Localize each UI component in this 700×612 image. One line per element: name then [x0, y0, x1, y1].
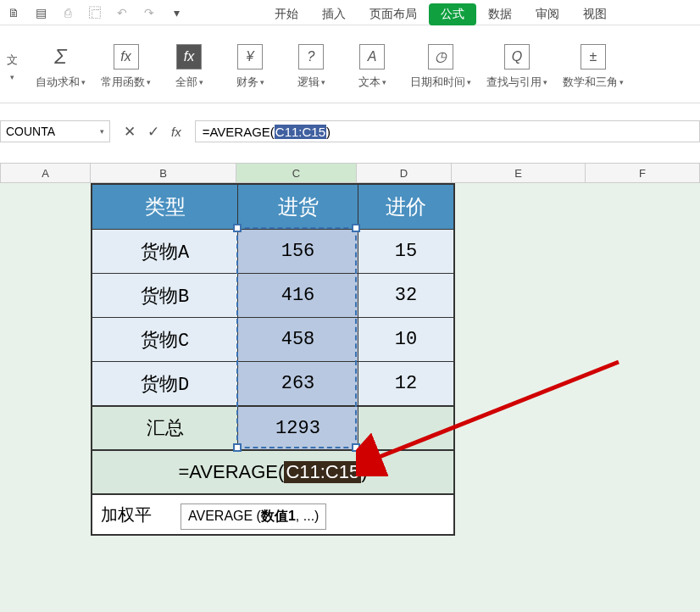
avg-formula-cell[interactable]: =AVERAGE(C11:C15) [92, 451, 453, 493]
fx-all-icon: fx [176, 44, 202, 70]
question-icon: ? [298, 44, 324, 70]
name-box[interactable]: COUNTA ▾ [0, 120, 110, 142]
cell[interactable]: 货物C [92, 318, 238, 361]
total-price[interactable] [358, 407, 453, 449]
math-icon: ± [581, 44, 606, 70]
all-fn-label: 全部 [175, 75, 197, 90]
table-avg-row: =AVERAGE(C11:C15) [92, 449, 453, 493]
formula-bar: COUNTA ▾ ✕ ✓ fx =AVERAGE(C11:C15) [0, 117, 700, 146]
function-tooltip: AVERAGE (数值1, ...) [181, 504, 326, 530]
tab-start[interactable]: 开始 [263, 3, 310, 25]
date-label: 日期和时间 [410, 75, 465, 90]
text-A-icon: A [359, 44, 385, 70]
tab-review[interactable]: 审阅 [524, 3, 571, 25]
math-button[interactable]: ± 数学和三角▾ [563, 44, 624, 90]
ribbon-side[interactable]: 文 ▾ [3, 53, 20, 81]
tab-insert[interactable]: 插入 [310, 3, 358, 25]
cell[interactable]: 15 [358, 230, 453, 273]
table-header-row: 类型 进货 进价 [92, 185, 453, 229]
cell[interactable]: 货物A [92, 230, 238, 273]
data-table: 类型 进货 进价 货物A 156 15 货物B 416 32 货物C 458 1… [91, 183, 455, 536]
column-headers: A B C D E F [0, 163, 700, 183]
cell[interactable]: 156 [238, 230, 358, 273]
finance-button[interactable]: ¥ 财务▾ [227, 44, 273, 90]
cell[interactable]: 263 [238, 362, 358, 405]
tab-layout[interactable]: 页面布局 [358, 3, 429, 25]
table-row: 货物B 416 32 [92, 273, 453, 317]
name-box-value: COUNTA [6, 125, 55, 138]
text-label: 文本 [358, 75, 381, 90]
all-fn-button[interactable]: fx 全部▾ [166, 44, 212, 90]
total-value[interactable]: 1293 [238, 407, 358, 449]
hdr-stock[interactable]: 进货 [238, 185, 358, 229]
col-C[interactable]: C [236, 163, 357, 183]
math-label: 数学和三角 [563, 75, 618, 90]
sigma-icon: Σ [48, 44, 74, 70]
col-B[interactable]: B [91, 163, 236, 183]
cell[interactable]: 32 [358, 274, 453, 317]
tab-view[interactable]: 视图 [571, 3, 619, 25]
yen-icon: ¥ [237, 44, 263, 70]
menu-tabs: 开始 插入 页面布局 公式 数据 审阅 视图 [0, 2, 700, 25]
logic-label: 逻辑 [297, 75, 319, 90]
lookup-button[interactable]: Q 查找与引用▾ [486, 44, 547, 90]
confirm-icon[interactable]: ✓ [147, 123, 159, 141]
cancel-icon[interactable]: ✕ [124, 123, 136, 141]
col-D[interactable]: D [357, 163, 452, 183]
autosum-button[interactable]: Σ 自动求和▾ [36, 44, 86, 90]
cell[interactable]: 12 [358, 362, 453, 405]
formula-post: ) [326, 125, 331, 139]
formula-pre: =AVERAGE( [203, 125, 275, 139]
common-fn-label: 常用函数 [101, 75, 145, 90]
cell[interactable]: 416 [238, 274, 358, 317]
table-row: 货物C 458 10 [92, 317, 453, 361]
table-row: 货物A 156 15 [92, 229, 453, 273]
lookup-icon: Q [504, 44, 530, 70]
clock-icon: ◷ [428, 44, 453, 70]
formula-selection: C11:C15 [275, 125, 326, 139]
cell[interactable]: 458 [238, 318, 358, 361]
logic-button[interactable]: ? 逻辑▾ [288, 44, 334, 90]
date-button[interactable]: ◷ 日期和时间▾ [410, 44, 471, 90]
finance-label: 财务 [236, 75, 258, 90]
cell[interactable]: 货物B [92, 274, 238, 317]
autosum-label: 自动求和 [36, 75, 80, 90]
common-fn-button[interactable]: fx 常用函数▾ [101, 44, 151, 90]
total-label[interactable]: 汇总 [92, 407, 238, 449]
cell[interactable]: 货物D [92, 362, 238, 405]
lookup-label: 查找与引用 [486, 75, 542, 90]
formula-input[interactable]: =AVERAGE(C11:C15) [195, 120, 700, 142]
table-total-row: 汇总 1293 [92, 405, 453, 449]
hdr-type[interactable]: 类型 [92, 185, 238, 229]
chevron-down-icon[interactable]: ▾ [100, 127, 104, 136]
col-F[interactable]: F [586, 163, 700, 183]
fx-icon: fx [114, 44, 139, 70]
tab-data[interactable]: 数据 [476, 3, 524, 25]
table-row: 货物D 263 12 [92, 361, 453, 405]
col-A[interactable]: A [0, 163, 91, 183]
cell[interactable]: 10 [358, 318, 453, 361]
text-button[interactable]: A 文本▾ [349, 44, 395, 90]
col-E[interactable]: E [452, 163, 586, 183]
ribbon: 文 ▾ Σ 自动求和▾ fx 常用函数▾ fx 全部▾ ¥ 财务▾ ? 逻辑▾ … [0, 25, 700, 103]
spreadsheet-grid[interactable]: A B C D E F 类型 进货 进价 货物A 156 15 货物B 416 … [0, 163, 700, 612]
side-label: 文 [7, 53, 18, 68]
fx-icon[interactable]: fx [171, 125, 181, 139]
tab-formula[interactable]: 公式 [429, 3, 476, 25]
hdr-price[interactable]: 进价 [358, 185, 453, 229]
